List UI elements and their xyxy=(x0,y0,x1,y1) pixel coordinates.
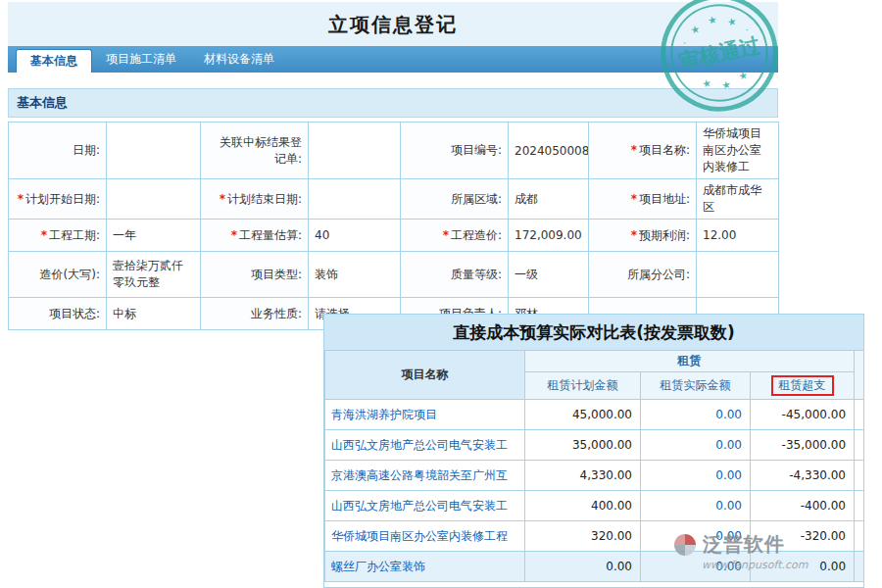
region-field[interactable]: 成都 xyxy=(509,179,589,220)
project-name-link[interactable]: 华侨城项目南区办公室内装修工程 xyxy=(325,521,525,552)
project-address-field[interactable]: 成都市成华区 xyxy=(697,179,779,220)
tab-basic-info[interactable]: 基本信息 xyxy=(16,49,92,73)
table-row: 华侨城项目南区办公室内装修工程 320.00 0.00 -320.00 xyxy=(325,521,864,552)
branch-company-field[interactable] xyxy=(697,252,779,298)
column-header-lease-plan: 租赁计划金额 xyxy=(525,372,641,400)
bid-result-register-label: 关联中标结果登记单: xyxy=(201,122,309,179)
plan-amount-cell: 4,330.00 xyxy=(525,461,641,491)
cutoff-cell xyxy=(855,400,864,430)
actual-amount-link[interactable]: 0.00 xyxy=(641,400,751,430)
cost-table-title: 直接成本预算实际对比表(按发票取数) xyxy=(324,315,863,350)
quality-grade-field[interactable]: 一级 xyxy=(509,252,589,298)
project-name-link[interactable]: 螺丝厂办公室装饰 xyxy=(325,552,525,582)
cost-in-words-field[interactable]: 壹拾柒万贰仟零玖元整 xyxy=(107,252,201,298)
form-row: 造价(大写): 壹拾柒万贰仟零玖元整 项目类型: 装饰 质量等级: 一级 所属分… xyxy=(9,252,779,298)
overspend-highlight-box: 租赁超支 xyxy=(771,375,834,396)
cutoff-cell xyxy=(855,491,864,521)
project-status-field[interactable]: 中标 xyxy=(107,298,201,330)
form-row: *工程工期: 一年 *工程量估算: 40 *工程造价: 172,009.00 *… xyxy=(9,220,779,252)
tab-bar: 基本信息 项目施工清单 材料设备清单 xyxy=(8,46,778,73)
project-name-label: *项目名称: xyxy=(589,122,697,179)
quality-grade-label: 质量等级: xyxy=(401,252,509,298)
project-name-link[interactable]: 京港澳高速公路粤境韶关至广州互 xyxy=(325,461,525,491)
column-group-header-lease: 租赁 xyxy=(525,351,855,372)
overspend-cell: -4,330.00 xyxy=(751,461,855,491)
project-name-field[interactable]: 华侨城项目南区办公室内装修工 xyxy=(697,122,779,179)
table-row: 青海洪湖养护院项目 45,000.00 0.00 -45,000.00 xyxy=(325,400,864,430)
project-name-link[interactable]: 山西弘文房地产总公司电气安装工 xyxy=(325,491,525,521)
cutoff-column-sliver xyxy=(855,351,864,400)
cutoff-cell xyxy=(855,552,864,582)
project-type-label: 项目类型: xyxy=(201,252,309,298)
project-duration-label: *工程工期: xyxy=(9,220,107,252)
tab-material-equipment-list[interactable]: 材料设备清单 xyxy=(190,46,288,73)
project-cost-field[interactable]: 172,009.00 xyxy=(509,220,589,252)
cost-in-words-label: 造价(大写): xyxy=(9,252,107,298)
plan-amount-cell: 35,000.00 xyxy=(525,430,641,461)
overspend-cell: -320.00 xyxy=(751,521,855,552)
project-number-label: 项目编号: xyxy=(401,122,509,179)
actual-amount-link[interactable]: 0.00 xyxy=(641,521,751,552)
column-header-lease-actual: 租赁实际金额 xyxy=(641,372,751,400)
basic-info-form: 日期: 关联中标结果登记单: 项目编号: 2024050008 *项目名称: 华… xyxy=(8,122,779,330)
table-row: 京港澳高速公路粤境韶关至广州互 4,330.00 0.00 -4,330.00 xyxy=(325,461,864,491)
column-header-project-name: 项目名称 xyxy=(325,351,525,400)
form-row: *计划开始日期: *计划结束日期: 所属区域: 成都 *项目地址: 成都市成华区 xyxy=(9,179,779,220)
table-row: 山西弘文房地产总公司电气安装工 400.00 0.00 -400.00 xyxy=(325,491,864,521)
plan-amount-cell: 400.00 xyxy=(525,491,641,521)
actual-amount-link[interactable]: 0.00 xyxy=(641,430,751,461)
form-row: 日期: 关联中标结果登记单: 项目编号: 2024050008 *项目名称: 华… xyxy=(9,122,779,179)
plan-amount-cell: 320.00 xyxy=(525,521,641,552)
column-header-lease-overspend: 租赁超支 xyxy=(751,372,855,400)
expected-profit-field[interactable]: 12.00 xyxy=(697,220,779,252)
project-number-field[interactable]: 2024050008 xyxy=(509,122,589,179)
quantity-estimate-label: *工程量估算: xyxy=(201,220,309,252)
cutoff-cell xyxy=(855,461,864,491)
plan-amount-cell: 45,000.00 xyxy=(525,400,641,430)
actual-amount-link[interactable]: 0.00 xyxy=(641,461,751,491)
plan-start-date-label: *计划开始日期: xyxy=(9,179,107,220)
plan-amount-cell: 0.00 xyxy=(525,552,641,582)
cost-comparison-panel: 直接成本预算实际对比表(按发票取数) 项目名称 租赁 租赁计划金额 租赁实际金额… xyxy=(323,314,864,588)
branch-company-label: 所属分公司: xyxy=(589,252,697,298)
project-name-link[interactable]: 青海洪湖养护院项目 xyxy=(325,400,525,430)
registration-form-panel: 立项信息登记 基本信息 项目施工清单 材料设备清单 基本信息 日期: 关联中标结… xyxy=(8,2,778,330)
overspend-cell: -35,000.00 xyxy=(751,430,855,461)
overspend-cell: 0.00 xyxy=(751,552,855,582)
project-cost-label: *工程造价: xyxy=(401,220,509,252)
expected-profit-label: *预期利润: xyxy=(589,220,697,252)
project-duration-field[interactable]: 一年 xyxy=(107,220,201,252)
cost-comparison-table: 项目名称 租赁 租赁计划金额 租赁实际金额 租赁超支 青海洪湖养护院项目 45,… xyxy=(324,350,864,582)
cutoff-cell xyxy=(855,521,864,552)
tab-construction-list[interactable]: 项目施工清单 xyxy=(92,46,190,73)
section-header-basic-info: 基本信息 xyxy=(8,88,778,118)
actual-amount-link[interactable]: 0.00 xyxy=(641,552,751,582)
bid-result-register-field[interactable] xyxy=(309,122,401,179)
cutoff-cell xyxy=(855,430,864,461)
date-field[interactable] xyxy=(107,122,201,179)
overspend-cell: -45,000.00 xyxy=(751,400,855,430)
project-status-label: 项目状态: xyxy=(9,298,107,330)
page-title: 立项信息登记 xyxy=(8,2,778,46)
plan-start-date-field[interactable] xyxy=(107,179,201,220)
plan-end-date-field[interactable] xyxy=(309,179,401,220)
table-row: 螺丝厂办公室装饰 0.00 0.00 0.00 xyxy=(325,552,864,582)
project-address-label: *项目地址: xyxy=(589,179,697,220)
business-nature-label: 业务性质: xyxy=(201,298,309,330)
table-row: 山西弘文房地产总公司电气安装工 35,000.00 0.00 -35,000.0… xyxy=(325,430,864,461)
quantity-estimate-field[interactable]: 40 xyxy=(309,220,401,252)
plan-end-date-label: *计划结束日期: xyxy=(201,179,309,220)
region-label: 所属区域: xyxy=(401,179,509,220)
overspend-cell: -400.00 xyxy=(751,491,855,521)
date-label: 日期: xyxy=(9,122,107,179)
actual-amount-link[interactable]: 0.00 xyxy=(641,491,751,521)
project-name-link[interactable]: 山西弘文房地产总公司电气安装工 xyxy=(325,430,525,461)
project-type-field[interactable]: 装饰 xyxy=(309,252,401,298)
